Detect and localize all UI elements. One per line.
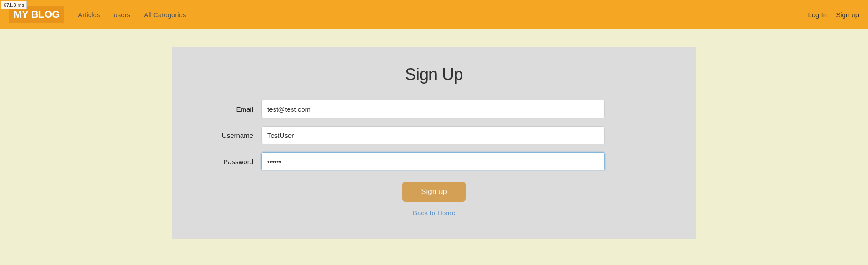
signup-card: Sign Up Email Username Password Sign up … (172, 47, 696, 239)
username-label: Username (199, 132, 253, 139)
nav-links: Articles users All Categories (78, 11, 186, 19)
navbar: 671.3 ms MY BLOG Articles users All Cate… (0, 0, 868, 29)
main-content: Sign Up Email Username Password Sign up … (0, 29, 868, 257)
nav-articles[interactable]: Articles (78, 11, 100, 19)
back-to-home-link[interactable]: Back to Home (413, 209, 455, 217)
perf-badge: 671.3 ms (1, 1, 27, 9)
nav-login[interactable]: Log In (808, 11, 827, 19)
email-input[interactable] (261, 100, 605, 118)
password-group: Password (199, 152, 669, 170)
form-actions: Sign up Back to Home (199, 182, 669, 217)
password-input[interactable] (261, 152, 605, 170)
nav-users[interactable]: users (113, 11, 130, 19)
username-group: Username (199, 126, 669, 144)
password-label: Password (199, 158, 253, 166)
nav-signup[interactable]: Sign up (836, 11, 859, 19)
email-label: Email (199, 105, 253, 113)
nav-right: Log In Sign up (808, 11, 859, 19)
nav-all-categories[interactable]: All Categories (144, 11, 186, 19)
username-input[interactable] (261, 126, 605, 144)
email-group: Email (199, 100, 669, 118)
form-title: Sign Up (199, 65, 669, 84)
footer: Copyrights © My Blog App by Muhammeed Al… (0, 262, 868, 265)
signup-button[interactable]: Sign up (402, 182, 466, 202)
